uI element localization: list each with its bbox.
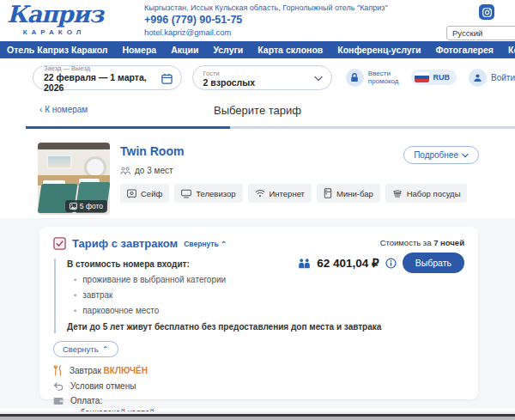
tariff-price: 62 401,04 ₽ [317,256,379,270]
amenity-tv: Телевизор [174,184,242,203]
safe-icon [127,189,136,198]
amenity-safe: Сейф [120,184,169,203]
tariff-checkbox-icon [53,237,66,250]
payment-row: Оплата: [53,396,464,405]
back-to-rooms-link[interactable]: ‹ К номерам [39,105,88,114]
logo-subtitle: КАРАКОЛ [7,28,101,36]
logo-title: Каприз [7,2,101,27]
nav-item-rooms[interactable]: Номера [122,45,156,55]
dates-label: Заезд — Выезд [44,65,161,72]
tariff-collapse-link[interactable]: Свернуть ⌃ [184,240,227,248]
tv-icon [181,189,191,198]
dates-value: 22 февраля — 1 марта, 2026 [44,72,161,93]
dishes-icon [392,189,403,198]
minibar-icon [324,188,332,198]
payment-label: Оплата: [70,396,102,405]
calendar-icon [161,73,173,84]
dates-field[interactable]: Заезд — Выезд 22 февраля — 1 марта, 2026 [33,65,182,90]
image-icon [70,203,77,210]
instagram-icon[interactable] [479,4,494,20]
tariff-section: Тариф с завтраком Свернуть ⌃ Стоимость з… [0,218,515,408]
info-icon[interactable] [385,258,397,269]
cancellation-row: Условия отмены [53,381,464,391]
chevron-down-icon [462,153,469,158]
undo-arrow-icon [53,382,64,391]
select-tariff-button[interactable]: Выбрать [403,253,464,273]
tariff-card: Тариф с завтраком Свернуть ⌃ Стоимость з… [39,227,478,399]
amenities-list: Сейф Телевизор Интернет Мини-бар Набор п… [120,184,481,203]
nav-item-conference[interactable]: Конференц-услуги [337,45,421,55]
tariff-name: Тариф с завтраком [72,237,178,250]
header-contacts: Кыргызстан, Иссык Кульская область, Горн… [144,3,388,37]
nav-item-slopes-map[interactable]: Карта склонов [258,45,323,55]
children-note: Дети до 5 лет живут бесплатно без предос… [67,322,389,332]
guests-icon [120,167,130,175]
guests-label: Гости [203,70,314,77]
wallet-icon [53,397,64,405]
amenity-minibar: Мини-бар [317,184,380,203]
room-capacity: до 3 мест [120,166,481,175]
list-item: парковочное место [74,306,389,315]
language-select[interactable]: Русский [446,26,515,40]
cutlery-icon [53,365,63,376]
photos-badge[interactable]: 5 фото [65,200,107,212]
nav-item-promos[interactable]: Акции [171,45,198,55]
price-row: 62 401,04 ₽ Выбрать [298,253,464,273]
includes-list: проживание в выбранной категории завтрак… [74,275,389,315]
nav-item-contacts[interactable]: Контакты [508,45,515,55]
list-item: завтрак [74,290,389,300]
nav-item-services[interactable]: Услуги [213,45,243,55]
login-button[interactable]: Войти [469,69,515,87]
step-header: ‹ К номерам Выберите тариф [0,96,515,126]
room-card: 5 фото Twin Room до 3 мест Сейф Телевизо… [0,129,515,218]
hotel-phone[interactable]: +996 (779) 90-51-75 [144,14,388,26]
breakfast-row: Завтрак ВКЛЮЧЁН [53,365,464,376]
list-item: проживание в выбранной категории [74,275,389,284]
nav-item-gallery[interactable]: Фотогалерея [435,45,494,55]
promo-code-label: Ввести промокод [368,70,399,85]
nav-item-hotel[interactable]: Отель Каприз Каракол [7,45,107,55]
guests-value: 2 взрослых [203,77,314,88]
amenity-internet: Интернет [248,184,312,203]
login-label: Войти [491,73,515,82]
chevron-left-icon: ‹ [39,105,42,114]
site-header: Каприз КАРАКОЛ Кыргызстан, Иссык Кульска… [0,0,515,41]
breakfast-label: Завтрак [70,366,101,375]
user-icon [469,69,487,87]
amenity-dishes: Набор посуды [385,184,468,203]
window-bottom-edge [0,411,515,420]
hotel-email[interactable]: hotel.kapriz@gmail.com [144,27,388,37]
collapse-details-button[interactable]: Свернуть ⌃ [53,341,118,357]
room-photo[interactable]: 5 фото [38,143,110,215]
wifi-icon [255,189,265,198]
hotel-logo[interactable]: Каприз КАРАКОЛ [7,2,101,36]
lock-icon [346,69,364,87]
hotel-address: Кыргызстан, Иссык Кульская область, Горн… [144,3,388,12]
breakfast-status: ВКЛЮЧЁН [104,366,148,375]
currency-code: RUB [433,73,451,82]
cancellation-label[interactable]: Условия отмены [70,381,136,391]
russia-flag-icon [415,72,429,82]
two-guests-icon [298,258,311,269]
guests-field[interactable]: Гости 2 взрослых [192,65,332,90]
booking-bar: Заезд — Выезд 22 февраля — 1 марта, 2026… [0,58,515,96]
room-details-button[interactable]: Подробнее [403,146,479,164]
currency-selector[interactable]: RUB [411,70,457,85]
chevron-down-icon [314,76,323,82]
promo-code-button[interactable]: Ввести промокод [346,69,399,87]
main-nav: Отель Каприз Каракол Номера Акции Услуги… [0,41,515,58]
price-caption: Стоимость за 7 ночей [380,238,464,247]
